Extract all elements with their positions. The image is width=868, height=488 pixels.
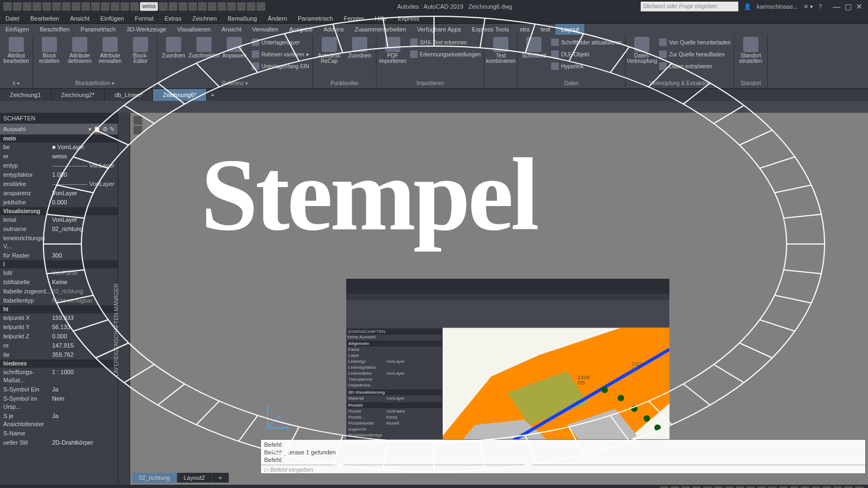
ribbon-tab[interactable]: Ansicht xyxy=(216,24,247,35)
ribbon-small-button[interactable]: Schriftfelder aktualisieren xyxy=(551,37,622,48)
qat-icon[interactable] xyxy=(169,2,177,11)
property-row[interactable]: ueller Stil2D-Drahtkörper xyxy=(0,438,118,447)
help-search[interactable]: Stichwort oder Frage eingeben xyxy=(641,2,738,11)
property-row[interactable]: für Raster300 xyxy=(0,251,118,260)
menu-item[interactable]: Hilfe xyxy=(369,13,392,23)
property-row[interactable]: S-Name xyxy=(0,429,118,438)
menu-item[interactable]: Einfügen xyxy=(95,13,129,23)
qat-icon[interactable] xyxy=(62,2,71,11)
property-row[interactable]: erweiss xyxy=(0,152,118,161)
ribbon-button[interactable]: Standort einstellen xyxy=(738,37,764,64)
ribbon-small-button[interactable]: Unterlagenlayer xyxy=(252,37,309,48)
qat-icon[interactable] xyxy=(72,2,80,11)
ribbon-button[interactable]: Autodesk ReCap xyxy=(316,37,342,64)
vp-btn[interactable] xyxy=(133,126,142,134)
exchange-icon[interactable]: ✕ ▾ xyxy=(803,3,813,10)
property-row[interactable]: telpunkt Y56.133 xyxy=(0,323,118,332)
qat-icon[interactable] xyxy=(91,2,100,11)
ribbon-button[interactable]: Zuordnen xyxy=(347,37,373,64)
ribbon-tab[interactable]: Einfügen xyxy=(0,24,34,35)
drawing-canvas[interactable]: EIGENSCHAFTENKeine AuswahlAllgemeinFarbe… xyxy=(130,113,868,485)
layout-tabs[interactable]: 02_richtungLayout2+ xyxy=(132,473,229,483)
file-tab[interactable]: Zeichnung2* xyxy=(52,89,105,101)
ribbon-small-button[interactable]: Unterlagenfang EIN xyxy=(252,61,309,72)
menu-item[interactable]: Datei xyxy=(0,13,25,23)
ribbon-button[interactable]: PDF importieren xyxy=(380,37,406,64)
property-row[interactable]: teneinrichtungs-V... xyxy=(0,234,118,251)
menu-item[interactable]: Fenster xyxy=(339,13,369,23)
property-row[interactable]: tstiltabelleKeine xyxy=(0,278,118,287)
menu-item[interactable]: Zeichnen xyxy=(187,13,222,23)
menu-item[interactable]: Bemaßung xyxy=(222,13,263,23)
menu-item[interactable]: Bearbeiten xyxy=(25,13,65,23)
property-row[interactable]: schriftungs-Maßst...1 : 1000 xyxy=(0,368,118,385)
ribbon-button[interactable]: Text kombinieren xyxy=(488,37,514,64)
file-tab[interactable]: db_Linien* xyxy=(105,89,153,101)
qat-icon[interactable] xyxy=(13,2,22,11)
layer-manager-tab[interactable]: LAYEREIGENSCHAFTEN-MANAGER xyxy=(118,113,130,485)
qat-icon[interactable] xyxy=(247,2,256,11)
ribbon-tab[interactable]: test xyxy=(535,24,556,35)
user-name[interactable]: karinschlosse... xyxy=(757,3,798,10)
property-row[interactable]: enstärkeVonLayer xyxy=(0,179,118,189)
property-row[interactable]: S je AnsichtsfensterJa xyxy=(0,412,118,429)
vp-btn[interactable] xyxy=(133,116,142,125)
new-layout-button[interactable]: + xyxy=(212,473,229,483)
property-row[interactable]: ite359.762 xyxy=(0,350,118,359)
ribbon-button[interactable]: Block erstellen xyxy=(36,37,62,64)
file-tab[interactable]: Zeichnung6* xyxy=(153,89,207,101)
quick-access-toolbar[interactable]: weiss xyxy=(0,2,269,11)
ribbon-tab[interactable]: Ausgabe xyxy=(284,24,318,35)
property-category[interactable]: l xyxy=(0,260,118,268)
qat-icon[interactable] xyxy=(81,2,90,11)
qat-icon[interactable] xyxy=(111,2,119,11)
help-icon[interactable]: ? xyxy=(819,3,822,10)
qat-icon[interactable] xyxy=(101,2,110,11)
minimize-button[interactable]: — xyxy=(833,2,840,11)
menu-item[interactable]: Parametrisch xyxy=(292,13,339,23)
menu-item[interactable]: Format xyxy=(129,13,159,23)
qat-icon[interactable] xyxy=(120,2,129,11)
ribbon-tab[interactable]: 3D-Werkzeuge xyxy=(121,24,171,35)
property-row[interactable]: outname02_richtung xyxy=(0,224,118,234)
qat-icon[interactable] xyxy=(188,2,197,11)
qat-icon[interactable] xyxy=(198,2,207,11)
ribbon-small-button[interactable]: Hyperlink xyxy=(551,61,622,72)
maximize-button[interactable]: ▢ xyxy=(845,2,852,11)
menu-item[interactable]: Express xyxy=(392,13,425,23)
property-row[interactable]: telpunkt X159.933 xyxy=(0,313,118,323)
command-window[interactable]: Befehl:Befehl: _.erase 1 gefundenBefehl:… xyxy=(260,439,866,474)
qat-icon[interactable] xyxy=(42,2,51,11)
new-tab-button[interactable]: + xyxy=(207,89,219,101)
layout-tab[interactable]: Layout2 xyxy=(177,473,212,483)
ribbon-small-button[interactable]: OLE-Objekt xyxy=(551,49,622,60)
qat-dropdown[interactable]: weiss xyxy=(140,2,158,11)
ribbon-tab[interactable]: Beschriften xyxy=(34,24,75,35)
property-category[interactable]: ht xyxy=(0,305,118,313)
layout-tab[interactable]: 02_richtung xyxy=(132,473,177,483)
ribbon-tab[interactable]: Verfügbare Apps xyxy=(412,24,467,35)
qat-icon[interactable] xyxy=(178,2,187,11)
ribbon-tab[interactable]: Verwalten xyxy=(247,24,284,35)
ribbon-tab[interactable]: Zusammenarbeiten xyxy=(349,24,412,35)
ribbon-small-button[interactable]: Erkennungseinstellungen xyxy=(410,49,481,60)
ribbon-tab[interactable]: xtra xyxy=(514,24,535,35)
qat-icon[interactable] xyxy=(208,2,216,11)
ribbon-small-button[interactable]: Rahmen variieren ▾ xyxy=(252,49,309,60)
qat-icon[interactable] xyxy=(3,2,12,11)
ribbon-button[interactable]: Block- Editor xyxy=(127,37,154,64)
close-button[interactable]: ✕ xyxy=(856,2,863,11)
qat-icon[interactable] xyxy=(237,2,246,11)
qat-icon[interactable] xyxy=(33,2,41,11)
menu-item[interactable]: Ansicht xyxy=(65,13,95,23)
file-tab[interactable]: Zeichnung1 xyxy=(0,89,52,101)
ribbon-button[interactable]: Attribute definieren xyxy=(67,37,93,64)
command-input[interactable]: ▷ Befehl eingeben xyxy=(261,465,865,474)
qat-icon[interactable] xyxy=(227,2,236,11)
ribbon-button[interactable]: Anpassen xyxy=(221,37,247,72)
property-category[interactable]: hiedenes xyxy=(0,359,118,368)
property-row[interactable]: ttabelle zugeord...02_richtung xyxy=(0,287,118,296)
ribbon-button[interactable]: Zuschneiden xyxy=(191,37,217,72)
qat-icon[interactable] xyxy=(218,2,226,11)
ribbon-small-button[interactable]: Zur Quelle heraufladen xyxy=(659,49,730,60)
